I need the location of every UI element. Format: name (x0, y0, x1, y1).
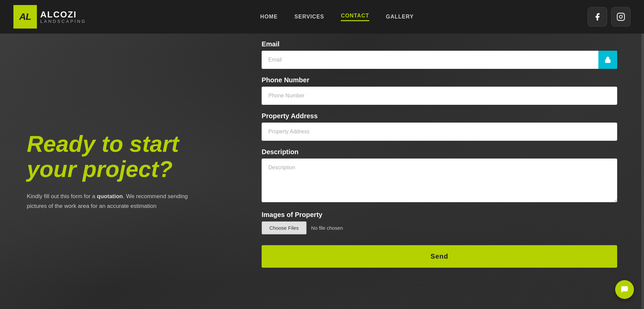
address-label: Property Address (262, 112, 617, 120)
main-content: Ready to start your project? Kindly fill… (0, 34, 644, 309)
hero-subtext: Kindly fill out this form for a quotatio… (27, 192, 208, 211)
left-column: Ready to start your project? Kindly fill… (0, 34, 241, 309)
instagram-icon (616, 12, 625, 21)
email-label: Email (262, 40, 617, 48)
hero-headline: Ready to start your project? (27, 131, 215, 182)
choose-files-button[interactable]: Choose Files (262, 221, 307, 234)
email-input[interactable] (262, 51, 617, 69)
no-file-text: No file chosen (311, 225, 343, 231)
chat-icon (620, 285, 629, 294)
file-upload-row: Choose Files No file chosen (262, 221, 617, 234)
main-nav: HOME SERVICES CONTACT GALLERY (260, 13, 414, 21)
description-textarea[interactable] (262, 159, 617, 202)
svg-rect-0 (617, 13, 625, 20)
company-tagline: LANDSCAPING (40, 19, 86, 24)
description-group: Description (262, 148, 617, 204)
nav-item-home[interactable]: HOME (260, 14, 278, 20)
nav-item-gallery[interactable]: GALLERY (386, 14, 414, 20)
phone-input[interactable] (262, 87, 617, 105)
logo-text: ALCOZI LANDSCAPING (40, 10, 86, 24)
facebook-icon (593, 12, 602, 21)
instagram-button[interactable] (611, 7, 631, 27)
nav-item-services[interactable]: SERVICES (294, 14, 324, 20)
email-wrapper (262, 51, 617, 69)
contact-form: Email Phone Number Property Address (241, 34, 644, 309)
send-button[interactable]: Send (262, 245, 617, 268)
svg-point-1 (620, 15, 623, 18)
nav-item-contact[interactable]: CONTACT (341, 13, 369, 21)
logo-icon: AL (13, 5, 37, 29)
chat-bubble[interactable] (615, 280, 634, 299)
phone-label: Phone Number (262, 76, 617, 84)
facebook-button[interactable] (588, 7, 607, 27)
phone-group: Phone Number (262, 76, 617, 105)
address-input[interactable] (262, 123, 617, 141)
social-icons (588, 7, 631, 27)
email-group: Email (262, 40, 617, 69)
address-group: Property Address (262, 112, 617, 141)
header: AL ALCOZI LANDSCAPING HOME SERVICES CONT… (0, 0, 644, 34)
description-label: Description (262, 148, 617, 156)
logo: AL ALCOZI LANDSCAPING (13, 5, 86, 29)
email-lock-icon[interactable] (598, 51, 617, 69)
images-label: Images of Property (262, 211, 617, 219)
svg-point-2 (623, 14, 623, 15)
company-name: ALCOZI (40, 10, 86, 19)
images-group: Images of Property Choose Files No file … (262, 211, 617, 234)
